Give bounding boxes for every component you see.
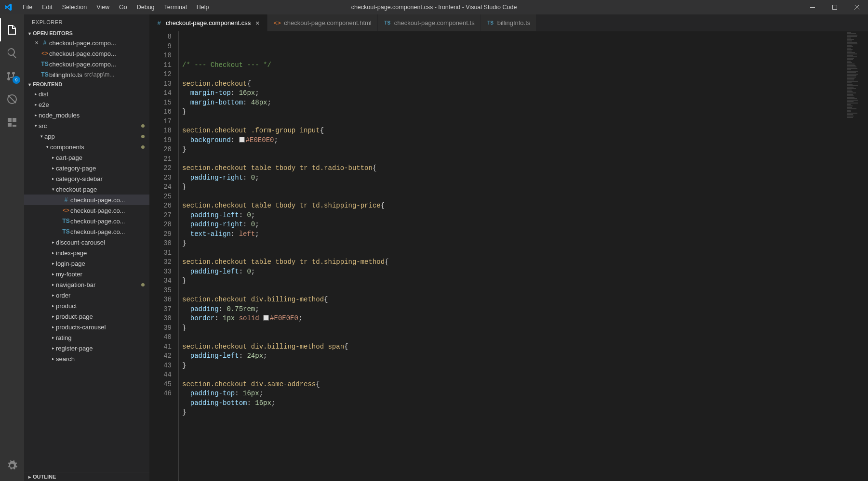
tree-folder[interactable]: ▸category-page xyxy=(24,163,149,173)
tree-folder[interactable]: ▾app xyxy=(24,131,149,142)
open-editor-item[interactable]: TSbillingInfo.tssrc\app\m... xyxy=(24,69,149,80)
code-line[interactable]: padding-right: 0; xyxy=(182,220,868,230)
code-line[interactable]: padding-top: 16px; xyxy=(182,389,868,399)
tree-folder[interactable]: ▸discount-carousel xyxy=(24,237,149,247)
code-line[interactable]: } xyxy=(182,182,868,192)
tree-folder[interactable]: ▸dist xyxy=(24,89,149,99)
tree-folder[interactable]: ▸cart-page xyxy=(24,152,149,163)
workspace-header[interactable]: ▾ FRONTEND xyxy=(24,80,149,89)
tree-file[interactable]: <>checkout-page.co... xyxy=(24,205,149,216)
code-line[interactable]: /* --- Checkout --- */ xyxy=(182,61,868,70)
tree-folder[interactable]: ▸rating xyxy=(24,332,149,343)
minimap[interactable] xyxy=(847,31,861,481)
code-line[interactable]: section.checkout{ xyxy=(182,79,868,89)
code-content[interactable]: /* --- Checkout --- */section.checkout{ … xyxy=(178,31,868,481)
code-line[interactable]: padding-bottom: 16px; xyxy=(182,399,868,408)
tree-folder[interactable]: ▸register-page xyxy=(24,343,149,353)
tree-folder[interactable]: ▸products-carousel xyxy=(24,322,149,332)
tree-folder[interactable]: ▾src xyxy=(24,120,149,131)
code-line[interactable] xyxy=(182,117,868,127)
code-line[interactable]: padding-left: 0; xyxy=(182,211,868,221)
tree-folder[interactable]: ▸product xyxy=(24,300,149,311)
code-line[interactable]: padding-left: 24px; xyxy=(182,351,868,361)
tree-file[interactable]: TScheckout-page.co... xyxy=(24,216,149,226)
tree-folder[interactable]: ▸my-footer xyxy=(24,269,149,279)
vertical-scrollbar[interactable] xyxy=(861,31,868,481)
minimize-button[interactable] xyxy=(801,0,824,14)
menu-go[interactable]: Go xyxy=(115,2,132,13)
code-line[interactable]: section.checkout .form-group input{ xyxy=(182,126,868,136)
outline-header[interactable]: ▸ OUTLINE xyxy=(24,472,149,481)
menu-debug[interactable]: Debug xyxy=(133,2,159,13)
menu-view[interactable]: View xyxy=(92,2,114,13)
menu-file[interactable]: File xyxy=(18,2,37,13)
menu-selection[interactable]: Selection xyxy=(58,2,91,13)
tree-folder[interactable]: ▸index-page xyxy=(24,247,149,258)
tree-folder[interactable]: ▸node_modules xyxy=(24,110,149,120)
tree-folder[interactable]: ▸login-page xyxy=(24,258,149,269)
code-line[interactable]: background: #E0E0E0; xyxy=(182,136,868,145)
code-line[interactable]: border: 1px solid #E0E0E0; xyxy=(182,314,868,324)
tree-file[interactable]: TScheckout-page.co... xyxy=(24,226,149,237)
code-line[interactable]: section.checkout table tbody tr td.shipp… xyxy=(182,258,868,267)
code-line[interactable] xyxy=(182,70,868,79)
activity-explorer[interactable] xyxy=(0,18,24,41)
code-line[interactable]: padding-right: 0; xyxy=(182,173,868,183)
tree-folder[interactable]: ▸e2e xyxy=(24,99,149,110)
tree-folder[interactable]: ▸navigation-bar xyxy=(24,279,149,290)
activity-search[interactable] xyxy=(0,41,24,65)
code-line[interactable]: } xyxy=(182,361,868,371)
code-line[interactable]: } xyxy=(182,107,868,117)
code-line[interactable]: text-align: left; xyxy=(182,230,868,239)
tree-file[interactable]: #checkout-page.co... xyxy=(24,195,149,205)
code-line[interactable]: margin-top: 16px; xyxy=(182,89,868,98)
code-line[interactable] xyxy=(182,370,868,380)
code-line[interactable]: margin-bottom: 48px; xyxy=(182,98,868,108)
activity-extensions[interactable] xyxy=(0,111,24,134)
activity-settings[interactable] xyxy=(0,454,24,477)
editor-tab[interactable]: TSbillingInfo.ts xyxy=(481,14,537,31)
tree-folder[interactable]: ▸order xyxy=(24,290,149,300)
close-icon[interactable]: × xyxy=(254,19,261,27)
activity-scm[interactable]: 9 xyxy=(0,65,24,88)
code-line[interactable]: } xyxy=(182,324,868,333)
tree-folder[interactable]: ▾checkout-page xyxy=(24,184,149,195)
code-line[interactable]: } xyxy=(182,145,868,155)
tree-folder[interactable]: ▸category-sidebar xyxy=(24,173,149,184)
code-line[interactable]: padding-left: 0; xyxy=(182,267,868,277)
code-line[interactable]: } xyxy=(182,408,868,417)
code-line[interactable]: section.checkout table tbody tr td.shipp… xyxy=(182,201,868,211)
menu-help[interactable]: Help xyxy=(192,2,214,13)
open-editor-item[interactable]: ×#checkout-page.compo... xyxy=(24,38,149,48)
code-line[interactable]: padding: 0.75rem; xyxy=(182,305,868,314)
tree-folder[interactable]: ▸product-page xyxy=(24,311,149,322)
chevron-right-icon: ▸ xyxy=(50,272,56,276)
code-line[interactable] xyxy=(182,333,868,342)
code-line[interactable]: section.checkout table tbody tr td.radio… xyxy=(182,164,868,173)
code-line[interactable] xyxy=(182,192,868,202)
open-editor-item[interactable]: <>checkout-page.compo... xyxy=(24,48,149,59)
editor-tab[interactable]: <>checkout-page.component.html xyxy=(267,14,377,31)
close-icon[interactable]: × xyxy=(33,39,40,46)
menu-terminal[interactable]: Terminal xyxy=(160,2,191,13)
editor-tab[interactable]: #checkout-page.component.css× xyxy=(149,14,267,31)
code-line[interactable]: section.checkout div.same-address{ xyxy=(182,380,868,390)
code-line[interactable]: section.checkout div.billing-method{ xyxy=(182,295,868,305)
open-editor-item[interactable]: TScheckout-page.compo... xyxy=(24,59,149,69)
code-line[interactable]: } xyxy=(182,239,868,248)
close-button[interactable] xyxy=(846,0,868,14)
editor-tab[interactable]: TScheckout-page.component.ts xyxy=(378,14,481,31)
code-line[interactable] xyxy=(182,286,868,296)
code-line[interactable]: section.checkout div.billing-method span… xyxy=(182,342,868,352)
maximize-button[interactable] xyxy=(824,0,846,14)
tree-folder[interactable]: ▸search xyxy=(24,353,149,364)
menu-edit[interactable]: Edit xyxy=(38,2,57,13)
activity-debug[interactable] xyxy=(0,88,24,111)
open-editors-header[interactable]: ▾ OPEN EDITORS xyxy=(24,29,149,38)
tree-folder[interactable]: ▾components xyxy=(24,142,149,152)
code-line[interactable] xyxy=(182,155,868,164)
code-line[interactable]: } xyxy=(182,276,868,286)
code-line[interactable] xyxy=(182,248,868,258)
editor[interactable]: 8910111213141516171819202122232425262728… xyxy=(149,31,868,481)
code-line[interactable] xyxy=(182,417,868,427)
